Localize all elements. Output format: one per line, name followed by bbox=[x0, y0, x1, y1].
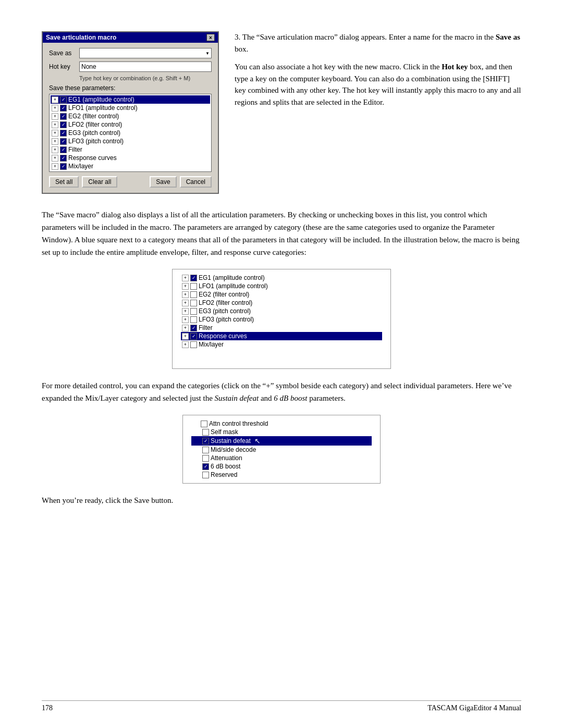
checkbox bbox=[190, 291, 197, 298]
hot-key-input[interactable]: None bbox=[79, 61, 212, 72]
dialog-box: Save articulation macro × Save as ▼ Hot … bbox=[42, 31, 219, 194]
dialog-screenshot: Save articulation macro × Save as ▼ Hot … bbox=[42, 31, 219, 194]
body-p2-italic2: 6 dB boost bbox=[274, 394, 307, 402]
list-item[interactable]: + LFO3 (pitch control) bbox=[51, 137, 210, 145]
illustration2-box: Attn control threshold Self mask Sustain… bbox=[182, 415, 381, 484]
description-text: 3. The “Save articulation macro” dialog … bbox=[235, 31, 521, 194]
sustain-defeat-label: Sustain defeat bbox=[211, 437, 251, 445]
checkbox bbox=[202, 429, 209, 436]
description-para1: 3. The “Save articulation macro” dialog … bbox=[235, 31, 521, 55]
list-item[interactable]: + EG2 (filter control) bbox=[51, 112, 210, 120]
param-label: EG3 (pitch control) bbox=[199, 307, 251, 315]
expand-icon: + bbox=[182, 325, 189, 331]
body-para2: For more detailed control, you can expan… bbox=[42, 379, 521, 404]
expand-icon: + bbox=[182, 291, 189, 298]
param-label: EG2 (filter control) bbox=[68, 113, 119, 120]
body-para3: When you’re ready, click the Save button… bbox=[42, 494, 521, 507]
dropdown-arrow-icon: ▼ bbox=[205, 51, 210, 56]
save-as-input[interactable]: ▼ bbox=[79, 48, 212, 58]
param-label: LFO1 (amplitude control) bbox=[68, 104, 138, 112]
checkbox[interactable] bbox=[60, 113, 67, 120]
checkbox bbox=[190, 283, 197, 290]
description-para2: You can also associate a hot key with th… bbox=[235, 61, 521, 108]
page-number: 178 bbox=[42, 704, 53, 712]
expand-icon[interactable]: + bbox=[52, 113, 58, 120]
param-label: Attenuation bbox=[211, 454, 242, 462]
illustration1-box: + EG1 (amplitude control) + LFO1 (amplit… bbox=[172, 269, 391, 369]
list-item[interactable]: + LFO1 (amplitude control) bbox=[51, 104, 210, 112]
hot-key-label: Hot key bbox=[49, 63, 76, 70]
list-item[interactable]: + EG1 (amplitude control) bbox=[51, 95, 210, 104]
param-label: Response curves bbox=[199, 332, 247, 340]
list-item[interactable]: + EG3 (pitch control) bbox=[51, 129, 210, 137]
checkbox bbox=[202, 455, 209, 462]
list-item: + EG2 (filter control) bbox=[181, 290, 382, 299]
checkbox[interactable] bbox=[60, 163, 67, 170]
param-label: Self mask bbox=[211, 428, 238, 436]
expand-icon: + bbox=[182, 316, 189, 323]
list-item: Attenuation bbox=[191, 454, 372, 462]
checkbox[interactable] bbox=[60, 121, 67, 128]
checkbox bbox=[190, 341, 197, 348]
list-item: Attn control threshold bbox=[191, 419, 372, 428]
checkbox bbox=[190, 325, 197, 331]
checkbox bbox=[202, 472, 209, 478]
expand-icon[interactable]: + bbox=[52, 163, 58, 170]
checkbox bbox=[202, 438, 209, 445]
body-para1: The “Save macro” dialog also displays a … bbox=[42, 208, 521, 258]
dialog-body: Save as ▼ Hot key None Type hot key or c… bbox=[43, 43, 218, 193]
checkbox[interactable] bbox=[60, 96, 67, 103]
checkbox bbox=[190, 333, 197, 340]
checkbox[interactable] bbox=[60, 130, 67, 137]
desc-p1-bold: Save as bbox=[496, 33, 520, 41]
checkbox[interactable] bbox=[60, 105, 67, 112]
set-all-button[interactable]: Set all bbox=[49, 176, 79, 188]
expand-icon[interactable]: + bbox=[52, 155, 58, 162]
desc-p2-intro: You can also associate a hot key with th… bbox=[235, 63, 442, 71]
checkbox bbox=[190, 300, 197, 306]
clear-all-button[interactable]: Clear all bbox=[82, 176, 117, 188]
checkbox[interactable] bbox=[60, 146, 67, 153]
hot-key-row: Hot key None bbox=[49, 61, 212, 72]
page: Save articulation macro × Save as ▼ Hot … bbox=[0, 0, 563, 728]
expand-icon[interactable]: + bbox=[52, 96, 58, 103]
list-item: + Mix/layer bbox=[181, 340, 382, 349]
list-item: + LFO1 (amplitude control) bbox=[181, 282, 382, 290]
checkbox bbox=[190, 308, 197, 315]
list-item[interactable]: + Mix/layer bbox=[51, 162, 210, 170]
expand-icon[interactable]: + bbox=[52, 130, 58, 137]
param-label: Filter bbox=[68, 146, 82, 153]
expand-icon: + bbox=[182, 333, 189, 340]
expand-icon: + bbox=[182, 341, 189, 348]
expand-icon: + bbox=[182, 308, 189, 315]
manual-title: TASCAM GigaEditor 4 Manual bbox=[427, 704, 521, 712]
cancel-button[interactable]: Cancel bbox=[180, 176, 212, 188]
list-item[interactable]: + LFO2 (filter control) bbox=[51, 120, 210, 129]
dialog-titlebar: Save articulation macro × bbox=[43, 32, 218, 43]
list-item[interactable]: + Response curves bbox=[51, 154, 210, 162]
list-item: 6 dB boost bbox=[191, 462, 372, 471]
expand-icon[interactable]: + bbox=[52, 146, 58, 153]
param-label: Mid/side decode bbox=[211, 446, 256, 453]
checkbox bbox=[201, 421, 207, 427]
top-section: Save articulation macro × Save as ▼ Hot … bbox=[42, 31, 521, 194]
expand-icon[interactable]: + bbox=[52, 138, 58, 145]
list-item: Self mask bbox=[191, 428, 372, 436]
list-item: Mid/side decode bbox=[191, 446, 372, 454]
checkbox[interactable] bbox=[60, 155, 67, 162]
checkbox[interactable] bbox=[60, 138, 67, 145]
param-label: LFO2 (filter control) bbox=[199, 299, 252, 306]
save-as-label: Save as bbox=[49, 50, 76, 57]
illustration1-container: + EG1 (amplitude control) + LFO1 (amplit… bbox=[42, 269, 521, 369]
save-params-label: Save these parameters: bbox=[49, 84, 212, 92]
save-as-row: Save as ▼ bbox=[49, 48, 212, 58]
save-button[interactable]: Save bbox=[150, 176, 176, 188]
desc-p2-bold: Hot key bbox=[442, 63, 468, 71]
close-button[interactable]: × bbox=[206, 34, 215, 41]
expand-icon[interactable]: + bbox=[52, 121, 58, 128]
params-listbox[interactable]: + EG1 (amplitude control) + LFO1 (amplit… bbox=[49, 94, 212, 172]
expand-icon[interactable]: + bbox=[52, 105, 58, 112]
list-item[interactable]: + Filter bbox=[51, 145, 210, 154]
expand-icon: + bbox=[182, 275, 189, 281]
body-p2-and: and bbox=[259, 394, 274, 402]
